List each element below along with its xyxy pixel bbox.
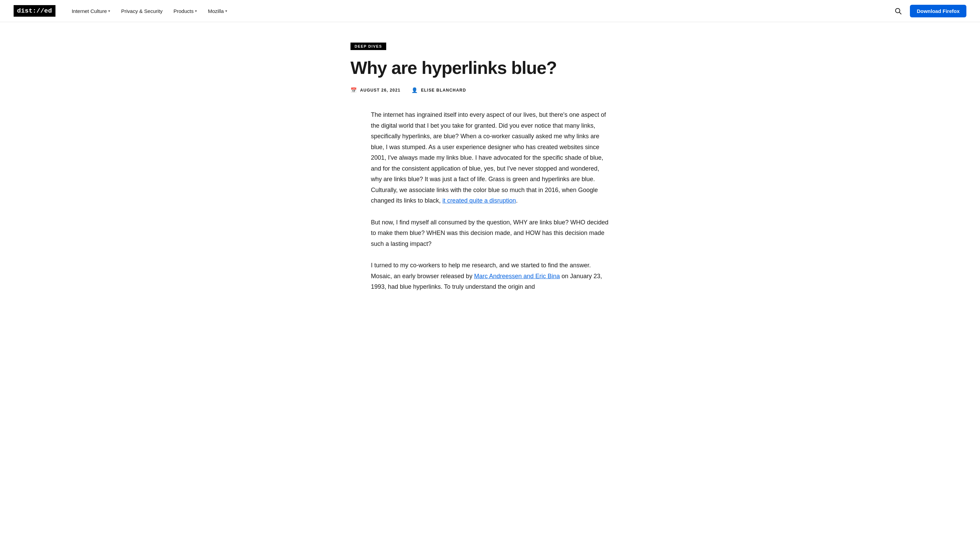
disruption-link[interactable]: it created quite a disruption (442, 197, 516, 204)
calendar-icon: 📅 (350, 87, 357, 93)
chevron-down-icon: ▾ (108, 9, 110, 13)
article-paragraph-3: I turned to my co-workers to help me res… (371, 260, 609, 292)
article-body: The internet has ingrained itself into e… (371, 110, 609, 292)
nav-item-mozilla[interactable]: Mozilla ▾ (204, 5, 231, 17)
header-actions: Download Firefox (891, 5, 966, 18)
site-logo[interactable]: dist://ed (14, 7, 56, 14)
chevron-down-icon: ▾ (225, 9, 227, 13)
chevron-down-icon: ▾ (195, 9, 197, 13)
article-meta: 📅 AUGUST 26, 2021 👤 ELISE BLANCHARD (350, 87, 630, 93)
article-date: 📅 AUGUST 26, 2021 (350, 87, 401, 93)
nav-item-privacy-security[interactable]: Privacy & Security (117, 5, 167, 17)
article-author: 👤 ELISE BLANCHARD (411, 87, 466, 93)
andreessen-bina-link[interactable]: Marc Andreessen and Eric Bina (474, 273, 560, 279)
article-paragraph-2: But now, I find myself all consumed by t… (371, 217, 609, 250)
article-title: Why are hyperlinks blue? (350, 58, 630, 78)
main-nav: Internet Culture ▾ Privacy & Security Pr… (68, 5, 892, 17)
nav-item-products[interactable]: Products ▾ (169, 5, 201, 17)
article-paragraph-1: The internet has ingrained itself into e… (371, 110, 609, 206)
category-badge: DEEP DIVES (350, 43, 630, 58)
person-icon: 👤 (411, 87, 418, 93)
download-firefox-button[interactable]: Download Firefox (910, 5, 966, 18)
search-button[interactable] (891, 5, 904, 18)
svg-line-1 (899, 12, 901, 14)
search-icon (894, 7, 902, 14)
nav-item-internet-culture[interactable]: Internet Culture ▾ (68, 5, 115, 17)
